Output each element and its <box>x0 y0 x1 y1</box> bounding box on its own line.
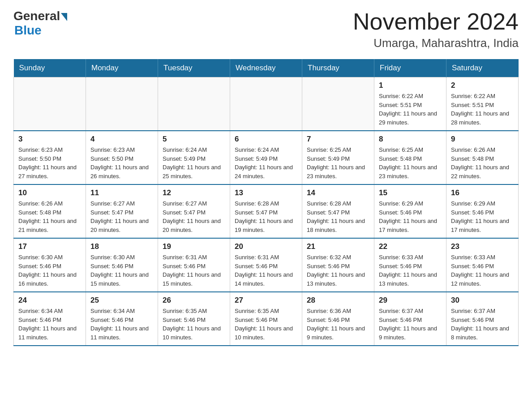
table-row: 14Sunrise: 6:28 AMSunset: 5:47 PMDayligh… <box>302 184 374 238</box>
table-row: 17Sunrise: 6:30 AMSunset: 5:46 PMDayligh… <box>14 238 86 292</box>
day-info: Sunrise: 6:30 AMSunset: 5:46 PMDaylight:… <box>90 253 153 288</box>
day-info: Sunrise: 6:37 AMSunset: 5:46 PMDaylight:… <box>451 307 514 342</box>
day-number: 3 <box>18 135 81 144</box>
table-row: 22Sunrise: 6:33 AMSunset: 5:46 PMDayligh… <box>374 238 446 292</box>
day-info: Sunrise: 6:29 AMSunset: 5:46 PMDaylight:… <box>379 199 442 234</box>
day-number: 12 <box>163 188 225 197</box>
calendar-body: 1Sunrise: 6:22 AMSunset: 5:51 PMDaylight… <box>14 77 519 346</box>
table-row: 5Sunrise: 6:24 AMSunset: 5:49 PMDaylight… <box>158 131 230 184</box>
day-number: 10 <box>18 188 81 197</box>
logo-arrow-icon <box>61 13 67 21</box>
day-number: 13 <box>235 188 297 197</box>
calendar-title-section: November 2024 Umarga, Maharashtra, India <box>353 9 519 50</box>
table-row: 24Sunrise: 6:34 AMSunset: 5:46 PMDayligh… <box>14 292 86 346</box>
day-number: 8 <box>379 135 442 144</box>
calendar-week-2: 3Sunrise: 6:23 AMSunset: 5:50 PMDaylight… <box>14 131 519 184</box>
day-info: Sunrise: 6:33 AMSunset: 5:46 PMDaylight:… <box>451 253 514 288</box>
day-info: Sunrise: 6:26 AMSunset: 5:48 PMDaylight:… <box>18 199 81 234</box>
table-row: 10Sunrise: 6:26 AMSunset: 5:48 PMDayligh… <box>14 184 86 238</box>
day-number: 1 <box>379 81 442 90</box>
day-info: Sunrise: 6:25 AMSunset: 5:48 PMDaylight:… <box>379 146 442 180</box>
day-number: 27 <box>235 296 297 305</box>
day-number: 26 <box>163 296 225 305</box>
table-row: 7Sunrise: 6:25 AMSunset: 5:49 PMDaylight… <box>302 131 374 184</box>
table-row: 20Sunrise: 6:31 AMSunset: 5:46 PMDayligh… <box>230 238 302 292</box>
day-info: Sunrise: 6:23 AMSunset: 5:50 PMDaylight:… <box>90 146 153 180</box>
table-row: 29Sunrise: 6:37 AMSunset: 5:46 PMDayligh… <box>374 292 446 346</box>
day-number: 11 <box>90 188 153 197</box>
day-number: 23 <box>451 242 514 251</box>
calendar-week-5: 24Sunrise: 6:34 AMSunset: 5:46 PMDayligh… <box>14 292 519 346</box>
weekday-header-thursday: Thursday <box>302 59 374 77</box>
weekday-header-friday: Friday <box>374 59 446 77</box>
calendar-header: SundayMondayTuesdayWednesdayThursdayFrid… <box>14 59 519 77</box>
weekday-header-monday: Monday <box>86 59 158 77</box>
day-info: Sunrise: 6:28 AMSunset: 5:47 PMDaylight:… <box>235 199 297 234</box>
day-number: 16 <box>451 188 514 197</box>
calendar-title: November 2024 <box>353 9 519 34</box>
day-number: 2 <box>451 81 514 90</box>
logo-blue-text: Blue <box>14 23 42 37</box>
table-row: 26Sunrise: 6:35 AMSunset: 5:46 PMDayligh… <box>158 292 230 346</box>
day-info: Sunrise: 6:23 AMSunset: 5:50 PMDaylight:… <box>18 146 81 180</box>
day-number: 19 <box>163 242 225 251</box>
table-row: 3Sunrise: 6:23 AMSunset: 5:50 PMDaylight… <box>14 131 86 184</box>
day-info: Sunrise: 6:28 AMSunset: 5:47 PMDaylight:… <box>307 199 369 234</box>
table-row: 27Sunrise: 6:35 AMSunset: 5:46 PMDayligh… <box>230 292 302 346</box>
day-number: 18 <box>90 242 153 251</box>
weekday-header-saturday: Saturday <box>446 59 519 77</box>
table-row: 18Sunrise: 6:30 AMSunset: 5:46 PMDayligh… <box>86 238 158 292</box>
table-row: 16Sunrise: 6:29 AMSunset: 5:46 PMDayligh… <box>446 184 519 238</box>
table-row: 12Sunrise: 6:27 AMSunset: 5:47 PMDayligh… <box>158 184 230 238</box>
day-number: 5 <box>163 135 225 144</box>
day-info: Sunrise: 6:35 AMSunset: 5:46 PMDaylight:… <box>235 307 297 342</box>
calendar-subtitle: Umarga, Maharashtra, India <box>353 36 519 50</box>
page-header: General Blue November 2024 Umarga, Mahar… <box>13 9 519 50</box>
day-info: Sunrise: 6:24 AMSunset: 5:49 PMDaylight:… <box>163 146 225 180</box>
table-row: 25Sunrise: 6:34 AMSunset: 5:46 PMDayligh… <box>86 292 158 346</box>
day-number: 9 <box>451 135 514 144</box>
weekday-header-sunday: Sunday <box>14 59 86 77</box>
table-row: 19Sunrise: 6:31 AMSunset: 5:46 PMDayligh… <box>158 238 230 292</box>
day-number: 25 <box>90 296 153 305</box>
day-number: 20 <box>235 242 297 251</box>
day-info: Sunrise: 6:31 AMSunset: 5:46 PMDaylight:… <box>163 253 225 288</box>
day-number: 24 <box>18 296 81 305</box>
day-info: Sunrise: 6:33 AMSunset: 5:46 PMDaylight:… <box>379 253 442 288</box>
day-info: Sunrise: 6:22 AMSunset: 5:51 PMDaylight:… <box>379 92 442 127</box>
day-info: Sunrise: 6:27 AMSunset: 5:47 PMDaylight:… <box>90 199 153 234</box>
calendar-table: SundayMondayTuesdayWednesdayThursdayFrid… <box>13 59 519 346</box>
day-number: 15 <box>379 188 442 197</box>
table-row <box>158 77 230 131</box>
day-info: Sunrise: 6:22 AMSunset: 5:51 PMDaylight:… <box>451 92 514 127</box>
calendar-week-1: 1Sunrise: 6:22 AMSunset: 5:51 PMDaylight… <box>14 77 519 131</box>
day-info: Sunrise: 6:35 AMSunset: 5:46 PMDaylight:… <box>163 307 225 342</box>
table-row: 13Sunrise: 6:28 AMSunset: 5:47 PMDayligh… <box>230 184 302 238</box>
day-number: 28 <box>307 296 369 305</box>
day-number: 7 <box>307 135 369 144</box>
calendar-week-4: 17Sunrise: 6:30 AMSunset: 5:46 PMDayligh… <box>14 238 519 292</box>
table-row <box>86 77 158 131</box>
weekday-row: SundayMondayTuesdayWednesdayThursdayFrid… <box>14 59 519 77</box>
logo: General Blue <box>13 9 67 38</box>
day-info: Sunrise: 6:25 AMSunset: 5:49 PMDaylight:… <box>307 146 369 180</box>
day-info: Sunrise: 6:36 AMSunset: 5:46 PMDaylight:… <box>307 307 369 342</box>
day-info: Sunrise: 6:24 AMSunset: 5:49 PMDaylight:… <box>235 146 297 180</box>
table-row: 1Sunrise: 6:22 AMSunset: 5:51 PMDaylight… <box>374 77 446 131</box>
day-info: Sunrise: 6:32 AMSunset: 5:46 PMDaylight:… <box>307 253 369 288</box>
day-number: 29 <box>379 296 442 305</box>
day-info: Sunrise: 6:37 AMSunset: 5:46 PMDaylight:… <box>379 307 442 342</box>
day-number: 30 <box>451 296 514 305</box>
logo-general-text: General <box>13 9 60 23</box>
table-row: 6Sunrise: 6:24 AMSunset: 5:49 PMDaylight… <box>230 131 302 184</box>
table-row: 9Sunrise: 6:26 AMSunset: 5:48 PMDaylight… <box>446 131 519 184</box>
day-info: Sunrise: 6:30 AMSunset: 5:46 PMDaylight:… <box>18 253 81 288</box>
day-info: Sunrise: 6:31 AMSunset: 5:46 PMDaylight:… <box>235 253 297 288</box>
day-number: 21 <box>307 242 369 251</box>
day-info: Sunrise: 6:34 AMSunset: 5:46 PMDaylight:… <box>18 307 81 342</box>
table-row: 23Sunrise: 6:33 AMSunset: 5:46 PMDayligh… <box>446 238 519 292</box>
day-number: 6 <box>235 135 297 144</box>
table-row: 4Sunrise: 6:23 AMSunset: 5:50 PMDaylight… <box>86 131 158 184</box>
table-row: 2Sunrise: 6:22 AMSunset: 5:51 PMDaylight… <box>446 77 519 131</box>
weekday-header-wednesday: Wednesday <box>230 59 302 77</box>
